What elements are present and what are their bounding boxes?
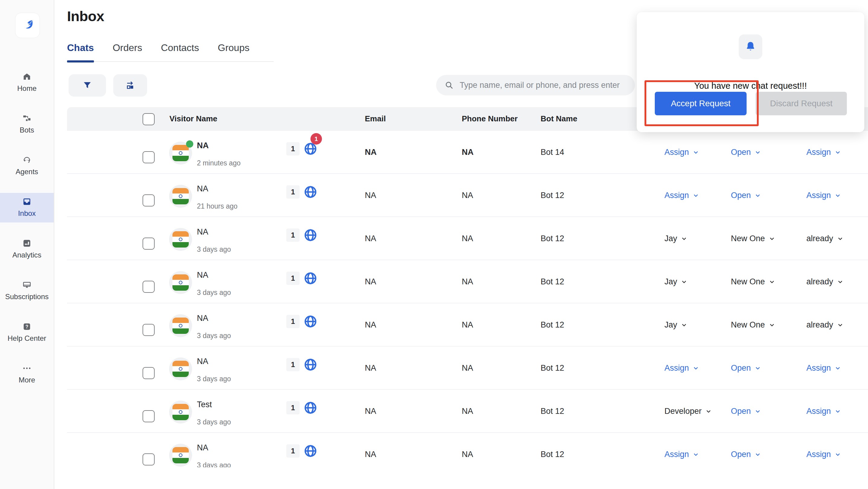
tab-groups[interactable]: Groups bbox=[218, 42, 249, 61]
last-activity-time: 3 days ago bbox=[197, 246, 231, 254]
select-all-checkbox[interactable] bbox=[143, 113, 155, 125]
tab-contacts[interactable]: Contacts bbox=[161, 42, 199, 61]
assigned-dropdown[interactable]: Jay bbox=[664, 217, 687, 260]
india-flag-avatar bbox=[173, 231, 189, 248]
assigned-value: Jay bbox=[664, 277, 677, 287]
chevron-down-icon bbox=[754, 192, 761, 199]
row-checkbox[interactable] bbox=[143, 453, 155, 465]
last-activity-time: 3 days ago bbox=[197, 418, 231, 426]
tab-chats[interactable]: Chats bbox=[67, 42, 94, 61]
visitor-name[interactable]: NA bbox=[197, 357, 208, 366]
status-dropdown[interactable]: New One bbox=[731, 303, 775, 347]
transfer-dropdown[interactable]: Assign bbox=[806, 433, 841, 467]
sidebar-item-home[interactable]: Home bbox=[0, 68, 54, 98]
sidebar-item-bots[interactable]: Bots bbox=[0, 109, 54, 139]
assigned-dropdown[interactable]: Assign bbox=[664, 131, 699, 174]
flag-chakra-icon bbox=[179, 151, 182, 155]
row-checkbox[interactable] bbox=[143, 410, 155, 422]
agents-headset-icon bbox=[22, 156, 31, 164]
tab-orders[interactable]: Orders bbox=[113, 42, 142, 61]
filter-button[interactable] bbox=[68, 74, 106, 97]
assigned-dropdown[interactable]: Assign bbox=[664, 347, 699, 390]
chevron-down-icon bbox=[835, 149, 841, 156]
assigned-dropdown[interactable]: Developer bbox=[664, 390, 712, 433]
transfer-dropdown[interactable]: Assign bbox=[806, 347, 841, 390]
status-dropdown[interactable]: Open bbox=[731, 390, 761, 433]
sidebar-item-inbox[interactable]: Inbox bbox=[0, 193, 54, 223]
sidebar-item-agents[interactable]: Agents bbox=[0, 151, 54, 181]
transfer-dropdown[interactable]: Assign bbox=[806, 131, 841, 174]
sidebar-item-label: Help Center bbox=[7, 334, 46, 343]
chevron-down-icon bbox=[837, 235, 843, 242]
row-checkbox[interactable] bbox=[143, 281, 155, 293]
export-chats-button[interactable] bbox=[113, 74, 147, 97]
sidebar-item-help-center[interactable]: ? Help Center bbox=[0, 318, 54, 348]
sidebar-item-label: Subscriptions bbox=[5, 293, 49, 301]
transfer-dropdown[interactable]: Assign bbox=[806, 390, 841, 433]
status-dropdown[interactable]: Open bbox=[731, 433, 761, 467]
transfer-dropdown[interactable]: already bbox=[806, 217, 843, 260]
phone-cell: NA bbox=[462, 390, 473, 433]
india-flag-avatar bbox=[173, 188, 189, 204]
last-activity-time: 3 days ago bbox=[197, 289, 231, 297]
chevron-down-icon bbox=[681, 235, 687, 242]
visitor-name[interactable]: NA bbox=[197, 141, 209, 150]
row-checkbox[interactable] bbox=[143, 237, 155, 250]
accept-request-button[interactable]: Accept Request bbox=[655, 92, 747, 115]
column-header-bot-name: Bot Name bbox=[540, 107, 577, 130]
chat-request-message: You have new chat request!!! bbox=[637, 81, 864, 91]
row-checkbox[interactable] bbox=[143, 324, 155, 336]
transfer-dropdown[interactable]: already bbox=[806, 303, 843, 347]
web-globe-icon bbox=[303, 185, 318, 199]
status-dropdown[interactable]: Open bbox=[731, 347, 761, 390]
chevron-down-icon bbox=[692, 192, 699, 199]
visitor-name[interactable]: Test bbox=[197, 400, 212, 409]
visitor-name[interactable]: NA bbox=[197, 270, 208, 280]
visitor-name[interactable]: NA bbox=[197, 314, 208, 323]
sidebar-item-label: Analytics bbox=[12, 251, 41, 259]
row-checkbox[interactable] bbox=[143, 194, 155, 206]
status-value: Open bbox=[731, 191, 751, 200]
chat-count-badge: 1 bbox=[286, 401, 300, 415]
status-dropdown[interactable]: Open bbox=[731, 174, 761, 217]
search-input[interactable] bbox=[459, 80, 623, 90]
row-checkbox[interactable] bbox=[143, 151, 155, 163]
status-dropdown[interactable]: New One bbox=[731, 260, 775, 303]
assigned-dropdown[interactable]: Jay bbox=[664, 260, 687, 303]
transfer-dropdown[interactable]: already bbox=[806, 260, 843, 303]
visitor-name[interactable]: NA bbox=[197, 443, 208, 453]
bot-name-cell: Bot 12 bbox=[540, 303, 564, 347]
tars-bird-logo bbox=[21, 19, 34, 32]
assigned-dropdown[interactable]: Assign bbox=[664, 433, 699, 467]
discard-request-button[interactable]: Discard Request bbox=[756, 92, 847, 115]
column-header-visitor-name: Visitor Name bbox=[169, 107, 217, 130]
phone-cell: NA bbox=[462, 174, 473, 217]
status-dropdown[interactable]: New One bbox=[731, 217, 775, 260]
row-checkbox[interactable] bbox=[143, 367, 155, 379]
avatar bbox=[169, 444, 192, 467]
chevron-down-icon bbox=[837, 279, 843, 285]
transfer-dropdown[interactable]: Assign bbox=[806, 174, 841, 217]
sidebar-item-subscriptions[interactable]: Subscriptions bbox=[0, 276, 54, 306]
chevron-down-icon bbox=[835, 192, 841, 199]
visitor-name[interactable]: NA bbox=[197, 227, 208, 237]
bot-name-cell: Bot 12 bbox=[540, 174, 564, 217]
sidebar-item-more[interactable]: More bbox=[0, 359, 54, 389]
visitor-name[interactable]: NA bbox=[197, 184, 208, 194]
home-icon bbox=[22, 72, 31, 81]
table-row: NA 2 minutes ago 1 1 NA NA Bot 14 Assign… bbox=[67, 130, 868, 173]
sidebar-item-analytics[interactable]: Analytics bbox=[0, 234, 54, 264]
help-question-icon: ? bbox=[22, 322, 31, 331]
avatar bbox=[169, 228, 192, 251]
chat-count-badge: 1 bbox=[286, 228, 300, 242]
assigned-dropdown[interactable]: Jay bbox=[664, 303, 687, 347]
status-dropdown[interactable]: Open bbox=[731, 131, 761, 174]
avatar bbox=[169, 141, 192, 164]
chat-count-badge: 1 bbox=[286, 444, 300, 458]
web-globe-icon bbox=[303, 228, 318, 242]
chevron-down-icon bbox=[754, 365, 761, 371]
funnel-icon bbox=[83, 80, 92, 90]
assigned-value: Assign bbox=[664, 363, 689, 373]
app-logo[interactable] bbox=[15, 13, 40, 38]
assigned-dropdown[interactable]: Assign bbox=[664, 174, 699, 217]
